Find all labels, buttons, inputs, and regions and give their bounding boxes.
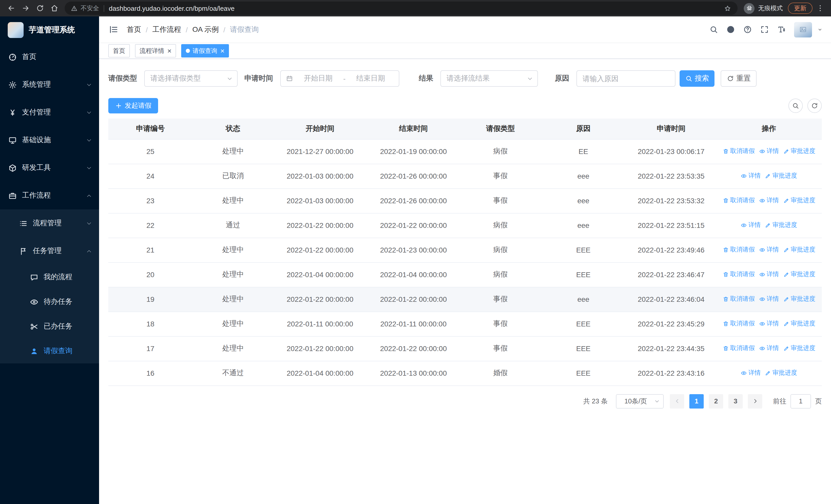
leave-type-select[interactable]: 请选择请假类型 — [144, 70, 238, 87]
page-button-3[interactable]: 3 — [728, 394, 743, 408]
approval-progress-link[interactable]: 审批进度 — [765, 172, 797, 180]
cancel-leave-link[interactable]: 取消请假 — [722, 320, 755, 328]
approval-progress-link[interactable]: 审批进度 — [783, 270, 815, 279]
help-icon[interactable] — [743, 25, 752, 34]
sidebar-item-task-management[interactable]: 任务管理 — [0, 237, 99, 265]
cell-id: 22 — [108, 213, 193, 238]
cell-reason: eee — [541, 188, 626, 213]
cancel-leave-link[interactable]: 取消请假 — [722, 147, 755, 156]
close-tab-icon[interactable]: × — [167, 47, 171, 54]
detail-link[interactable]: 详情 — [741, 369, 761, 378]
tab-home[interactable]: 首页 — [108, 44, 130, 58]
close-tab-icon[interactable]: × — [220, 47, 224, 54]
chevron-down-icon — [86, 81, 92, 88]
sidebar-item-devtools[interactable]: 研发工具 — [0, 154, 99, 182]
detail-link[interactable]: 详情 — [759, 295, 779, 304]
approval-progress-link[interactable]: 审批进度 — [783, 344, 815, 353]
detail-link[interactable]: 详情 — [759, 344, 779, 353]
result-select[interactable]: 请选择流结果 — [440, 70, 538, 87]
trash-icon — [722, 296, 728, 302]
cell-operations: 取消请假详情审批进度 — [716, 312, 822, 336]
browser-menu-button[interactable] — [813, 2, 827, 15]
detail-link[interactable]: 详情 — [741, 221, 761, 230]
app-title: 芋道管理系统 — [29, 25, 75, 35]
op-label: 详情 — [748, 221, 761, 230]
browser-home-button[interactable] — [47, 1, 62, 16]
cancel-leave-link[interactable]: 取消请假 — [722, 245, 755, 254]
next-page-button[interactable] — [748, 394, 762, 408]
sidebar-collapse-button[interactable] — [107, 23, 120, 36]
cancel-leave-link[interactable]: 取消请假 — [722, 344, 755, 353]
sidebar-item-todo-tasks[interactable]: 待办任务 — [0, 290, 99, 314]
cancel-leave-link[interactable]: 取消请假 — [722, 196, 755, 205]
sidebar-item-my-process[interactable]: 我的流程 — [0, 265, 99, 290]
approval-progress-link[interactable]: 审批进度 — [783, 147, 815, 156]
cell-end: 2022-01-26 00:00:00 — [367, 188, 460, 213]
browser-reload-button[interactable] — [33, 1, 47, 16]
detail-link[interactable]: 详情 — [759, 270, 779, 279]
cancel-leave-link[interactable]: 取消请假 — [722, 295, 755, 304]
approval-progress-link[interactable]: 审批进度 — [765, 221, 797, 230]
detail-link[interactable]: 详情 — [759, 196, 779, 205]
approval-progress-link[interactable]: 审批进度 — [783, 320, 815, 328]
reset-button[interactable]: 重置 — [721, 70, 756, 87]
tab-process-detail[interactable]: 流程详情× — [135, 44, 176, 58]
breadcrumb-item: 请假查询 — [230, 25, 259, 34]
incognito-badge: 无痕模式 — [744, 3, 783, 13]
user-avatar[interactable] — [794, 22, 812, 37]
detail-link[interactable]: 详情 — [759, 320, 779, 328]
table-row: 20处理中2022-01-04 00:00:002022-01-04 00:00… — [108, 262, 822, 287]
font-size-icon[interactable] — [777, 25, 786, 34]
sidebar-item-infrastructure[interactable]: 基础设施 — [0, 126, 99, 154]
refresh-table-button[interactable] — [807, 98, 822, 113]
cell-apply_time: 2022-01-22 23:53:35 — [626, 164, 716, 188]
sidebar-item-system[interactable]: 系统管理 — [0, 71, 99, 98]
page-button-2[interactable]: 2 — [709, 394, 723, 408]
cell-start: 2022-01-22 00:00:00 — [274, 287, 367, 312]
cancel-leave-link[interactable]: 取消请假 — [722, 270, 755, 279]
collapse-menu-icon — [109, 25, 118, 34]
cell-start: 2022-01-04 00:00:00 — [274, 262, 367, 287]
breadcrumb-item[interactable]: OA 示例 — [193, 25, 219, 34]
approval-progress-link[interactable]: 审批进度 — [783, 196, 815, 205]
search-icon[interactable] — [709, 25, 718, 34]
sidebar-item-done-tasks[interactable]: 已办任务 — [0, 314, 99, 339]
browser-forward-button[interactable] — [19, 1, 33, 16]
search-button[interactable]: 搜索 — [680, 70, 715, 87]
cell-id: 21 — [108, 238, 193, 262]
cell-end: 2022-01-26 00:00:00 — [367, 164, 460, 188]
reason-input[interactable] — [576, 70, 676, 87]
sidebar-item-home[interactable]: 首页 — [0, 43, 99, 71]
github-icon[interactable] — [726, 25, 735, 34]
breadcrumb-item[interactable]: 工作流程 — [152, 25, 181, 34]
page-button-1[interactable]: 1 — [689, 394, 704, 408]
cell-operations: 取消请假详情审批进度 — [716, 238, 822, 262]
breadcrumb-item[interactable]: 首页 — [127, 25, 141, 34]
sidebar-item-process-management[interactable]: 流程管理 — [0, 209, 99, 237]
approval-progress-link[interactable]: 审批进度 — [783, 295, 815, 304]
cell-reason: EEE — [541, 262, 626, 287]
user-menu-caret-icon[interactable] — [817, 27, 823, 32]
page-size-select[interactable]: 10条/页 — [616, 394, 664, 408]
browser-update-button[interactable]: 更新 — [788, 3, 812, 14]
detail-link[interactable]: 详情 — [759, 147, 779, 156]
column-header: 原因 — [541, 119, 626, 139]
detail-link[interactable]: 详情 — [741, 172, 761, 180]
browser-address-bar[interactable]: 不安全 dashboard.yudao.iocoder.cn/bpm/oa/le… — [65, 2, 738, 15]
sidebar-item-leave-query[interactable]: 请假查询 — [0, 339, 99, 363]
bookmark-star-icon[interactable] — [724, 4, 732, 12]
toggle-search-button[interactable] — [789, 98, 803, 113]
prev-page-button[interactable] — [670, 394, 684, 408]
sidebar-item-workflow[interactable]: 工作流程 — [0, 182, 99, 209]
create-leave-button[interactable]: 发起请假 — [108, 98, 158, 113]
fullscreen-icon[interactable] — [760, 25, 769, 34]
approval-progress-link[interactable]: 审批进度 — [765, 369, 797, 378]
sidebar-item-payment[interactable]: 支付管理 — [0, 98, 99, 126]
approval-progress-link[interactable]: 审批进度 — [783, 245, 815, 254]
goto-page-input[interactable] — [791, 394, 811, 408]
browser-back-button[interactable] — [4, 1, 19, 16]
search-icon — [685, 75, 692, 82]
tab-leave-query[interactable]: 请假查询× — [181, 44, 229, 58]
detail-link[interactable]: 详情 — [759, 245, 779, 254]
apply-time-range-picker[interactable]: 开始日期 - 结束日期 — [280, 70, 399, 87]
